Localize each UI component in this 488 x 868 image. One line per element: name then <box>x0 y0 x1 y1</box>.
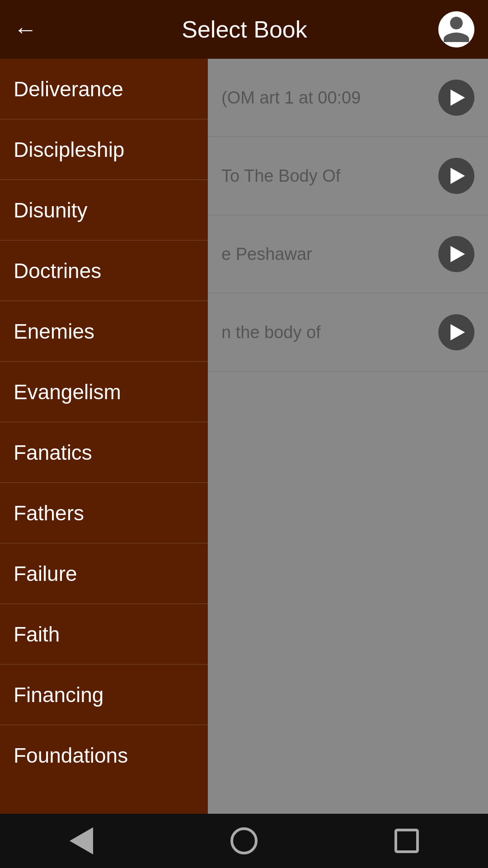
bottom-navigation <box>0 814 488 868</box>
play-icon-3 <box>450 246 465 262</box>
right-panel: (OM art 1 at 00:09 To The Body Of e Pesh… <box>208 59 488 814</box>
main-container: Deliverance Discipleship Disunity Doctri… <box>0 59 488 814</box>
sidebar-item-deliverance[interactable]: Deliverance <box>0 59 208 119</box>
home-nav-icon <box>230 827 258 854</box>
play-icon-1 <box>450 90 465 106</box>
play-icon-4 <box>450 324 465 340</box>
right-panel-item-3: e Peshawar <box>208 215 488 293</box>
sidebar-item-discipleship[interactable]: Discipleship <box>0 119 208 180</box>
play-button-3[interactable] <box>438 236 474 272</box>
sidebar-item-fanatics[interactable]: Fanatics <box>0 422 208 483</box>
nav-back-button[interactable] <box>63 823 99 859</box>
sidebar-item-disunity[interactable]: Disunity <box>0 180 208 241</box>
right-panel-item-4: n the body of <box>208 293 488 372</box>
play-button-1[interactable] <box>438 80 474 116</box>
right-panel-text-2: To The Body Of <box>221 166 438 186</box>
right-panel-text-4: n the body of <box>221 323 438 342</box>
sidebar-item-failure[interactable]: Failure <box>0 543 208 604</box>
sidebar-item-financing[interactable]: Financing <box>0 665 208 725</box>
back-nav-icon <box>70 827 93 854</box>
play-button-2[interactable] <box>438 158 474 194</box>
play-icon-2 <box>450 168 465 184</box>
nav-recents-button[interactable] <box>389 823 425 859</box>
sidebar-item-evangelism[interactable]: Evangelism <box>0 362 208 422</box>
sidebar-item-foundations[interactable]: Foundations <box>0 725 208 786</box>
right-panel-text-1: (OM art 1 at 00:09 <box>221 88 438 108</box>
sidebar-item-enemies[interactable]: Enemies <box>0 301 208 362</box>
right-panel-item-1: (OM art 1 at 00:09 <box>208 59 488 137</box>
page-title: Select Book <box>51 16 438 43</box>
avatar[interactable] <box>438 11 474 47</box>
play-button-4[interactable] <box>438 314 474 350</box>
right-panel-item-2: To The Body Of <box>208 137 488 215</box>
sidebar-item-doctrines[interactable]: Doctrines <box>0 241 208 301</box>
sidebar-item-fathers[interactable]: Fathers <box>0 483 208 543</box>
right-panel-text-3: e Peshawar <box>221 245 438 264</box>
recents-nav-icon <box>394 829 419 853</box>
header: ← Select Book <box>0 0 488 59</box>
sidebar: Deliverance Discipleship Disunity Doctri… <box>0 59 208 814</box>
sidebar-item-faith[interactable]: Faith <box>0 604 208 665</box>
nav-home-button[interactable] <box>226 823 262 859</box>
back-button[interactable]: ← <box>14 16 37 43</box>
